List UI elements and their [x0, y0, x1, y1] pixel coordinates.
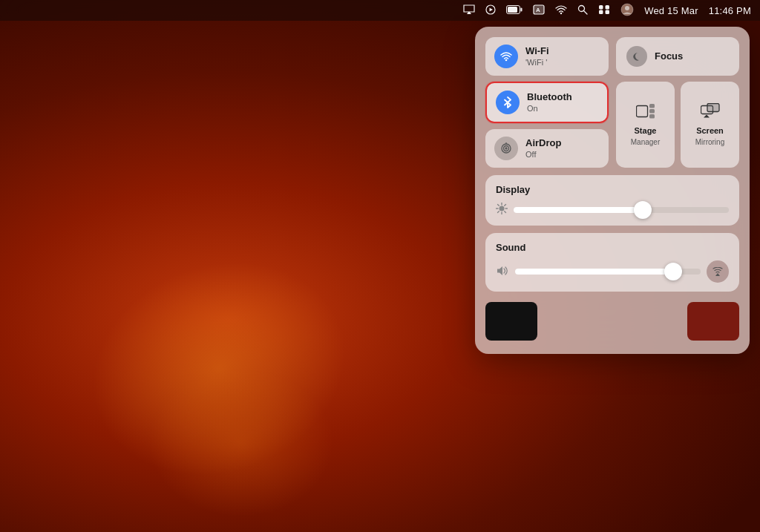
bluetooth-subtitle: On — [527, 103, 572, 114]
volume-icon — [496, 266, 509, 278]
airplay-sound-button[interactable] — [707, 260, 729, 283]
svg-rect-24 — [649, 109, 655, 114]
wifi-icon-circle — [494, 45, 518, 68]
svg-marker-38 — [715, 273, 720, 276]
display-slider-row — [496, 203, 729, 217]
screen-mirroring-label: Screen — [696, 126, 724, 136]
airdrop-title: AirDrop — [525, 137, 561, 149]
svg-point-29 — [499, 206, 505, 211]
focus-moon-icon — [626, 46, 647, 67]
control-center-menubar-icon[interactable] — [598, 4, 610, 17]
display-brightness-slider[interactable] — [514, 207, 729, 213]
wifi-menubar-icon[interactable] — [555, 4, 567, 17]
airdrop-icon-circle — [494, 137, 518, 160]
airdrop-tile-text: AirDrop Off — [525, 137, 561, 160]
svg-marker-27 — [704, 114, 710, 117]
svg-line-10 — [584, 10, 588, 14]
right-tile-column: Focus Stage — [616, 37, 739, 168]
desktop: A — [0, 0, 760, 532]
display-title: Display — [496, 184, 729, 195]
svg-point-17 — [505, 59, 508, 62]
menubar-time: 11:46 PM — [709, 5, 751, 16]
svg-rect-25 — [649, 114, 655, 119]
svg-marker-2 — [490, 7, 494, 11]
svg-rect-28 — [707, 103, 719, 111]
svg-point-8 — [560, 12, 562, 13]
svg-rect-22 — [636, 105, 647, 116]
svg-rect-11 — [599, 5, 603, 10]
stage-manager-label: Stage — [635, 126, 657, 136]
focus-tile[interactable]: Focus — [616, 37, 739, 76]
battery-menubar-icon[interactable] — [506, 4, 522, 16]
svg-line-36 — [505, 205, 506, 206]
bottom-right-tiles: Stage Manager Screen Mi — [616, 82, 739, 168]
sound-volume-slider[interactable] — [515, 269, 701, 275]
stage-manager-sublabel: Manager — [631, 138, 660, 146]
top-tile-grid: Wi-Fi 'WiFi ' Bluetooth On — [485, 37, 739, 168]
swatch-dark-red — [687, 302, 739, 341]
svg-rect-23 — [649, 104, 655, 108]
svg-rect-4 — [521, 8, 522, 12]
sound-title: Sound — [496, 242, 729, 253]
svg-point-19 — [504, 146, 509, 151]
svg-line-35 — [505, 211, 506, 213]
sound-slider-row — [496, 260, 729, 283]
svg-point-16 — [625, 6, 629, 10]
svg-rect-12 — [606, 5, 610, 10]
screen-mirroring-tile[interactable]: Screen Mirroring — [681, 82, 739, 168]
menubar: A — [0, 0, 760, 21]
stage-manager-tile[interactable]: Stage Manager — [616, 82, 675, 168]
translate-menubar-icon[interactable]: A — [533, 4, 545, 17]
bluetooth-title: Bluetooth — [527, 91, 572, 103]
wifi-title: Wi-Fi — [525, 45, 549, 57]
screen-mirroring-icon — [701, 103, 720, 122]
media-menubar-icon[interactable] — [485, 4, 496, 17]
color-swatches-row — [485, 299, 739, 344]
wifi-tile-text: Wi-Fi 'WiFi ' — [525, 45, 549, 68]
brightness-icon — [496, 203, 508, 217]
screen-mirroring-sublabel: Mirroring — [695, 138, 724, 146]
airdrop-subtitle: Off — [525, 149, 561, 160]
airdrop-tile[interactable]: AirDrop Off — [485, 129, 609, 168]
svg-point-20 — [505, 148, 507, 149]
wifi-tile[interactable]: Wi-Fi 'WiFi ' — [485, 37, 609, 76]
bluetooth-tile-text: Bluetooth On — [527, 91, 572, 114]
wifi-subtitle: 'WiFi ' — [525, 57, 549, 68]
svg-rect-14 — [606, 10, 610, 14]
left-tile-column: Wi-Fi 'WiFi ' Bluetooth On — [485, 37, 609, 168]
airplay-menubar-icon[interactable] — [463, 4, 475, 17]
focus-title: Focus — [655, 50, 683, 62]
avatar-menubar-icon[interactable] — [620, 3, 634, 19]
svg-point-18 — [502, 144, 511, 153]
bluetooth-tile[interactable]: Bluetooth On — [485, 82, 609, 123]
svg-line-34 — [498, 205, 499, 206]
swatch-black — [485, 302, 537, 341]
stage-manager-icon — [636, 103, 655, 122]
search-menubar-icon[interactable] — [577, 4, 588, 17]
sound-section: Sound — [485, 233, 739, 292]
svg-text:A: A — [536, 7, 540, 13]
svg-rect-5 — [508, 7, 517, 13]
bluetooth-icon-circle — [496, 91, 520, 114]
menubar-datetime: Wed 15 Mar — [644, 5, 698, 16]
display-section: Display — [485, 175, 739, 226]
svg-line-37 — [498, 211, 499, 213]
svg-rect-13 — [599, 10, 603, 14]
control-center-panel: Wi-Fi 'WiFi ' Bluetooth On — [475, 27, 750, 354]
